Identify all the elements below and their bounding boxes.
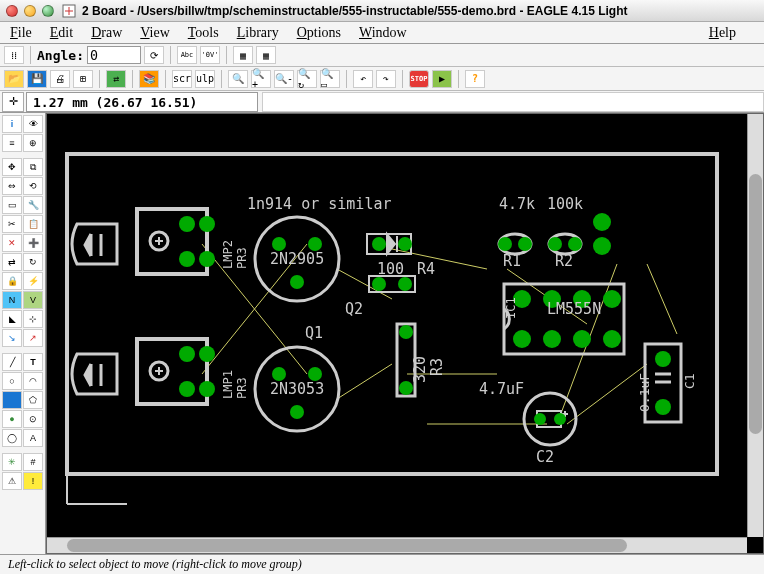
redo-icon[interactable]: ↷: [376, 70, 396, 88]
undo-icon[interactable]: ↶: [353, 70, 373, 88]
route-tool-icon[interactable]: ↘: [2, 329, 22, 347]
svg-point-50: [398, 277, 412, 291]
split-tool-icon[interactable]: ⊹: [23, 310, 43, 328]
command-input[interactable]: [262, 92, 764, 112]
miter-tool-icon[interactable]: ◣: [2, 310, 22, 328]
svg-point-26: [179, 251, 195, 267]
auto-tool-icon[interactable]: #: [23, 453, 43, 471]
cam-icon[interactable]: ⊞: [73, 70, 93, 88]
circle-tool-icon[interactable]: ○: [2, 372, 22, 390]
minimize-icon[interactable]: [24, 5, 36, 17]
go-icon[interactable]: ▶: [432, 70, 452, 88]
scrollbar-vertical[interactable]: [747, 114, 763, 537]
mark-tool-icon[interactable]: ⊕: [23, 134, 43, 152]
add-tool-icon[interactable]: ➕: [23, 234, 43, 252]
text-abc-icon[interactable]: Abc: [177, 46, 197, 64]
svg-point-44: [290, 405, 304, 419]
info-tool-icon[interactable]: i: [2, 115, 22, 133]
board-schematic-icon[interactable]: ⇄: [106, 70, 126, 88]
zoom-in-icon[interactable]: 🔍+: [251, 70, 271, 88]
svg-point-62: [593, 237, 611, 255]
zoom-icon[interactable]: [42, 5, 54, 17]
svg-text:0.1uF: 0.1uF: [637, 373, 652, 412]
connector-top: [137, 209, 215, 274]
svg-point-34: [179, 381, 195, 397]
via-tool-icon[interactable]: ●: [2, 410, 22, 428]
lock-tool-icon[interactable]: 🔒: [2, 272, 22, 290]
signal-tool-icon[interactable]: ⊙: [23, 410, 43, 428]
scrollbar-horizontal[interactable]: [47, 537, 747, 553]
library-icon[interactable]: 📚: [139, 70, 159, 88]
ulp-icon[interactable]: ulp: [195, 70, 215, 88]
angle-input[interactable]: [87, 46, 141, 64]
polygon-tool-icon[interactable]: ⬠: [23, 391, 43, 409]
cursor-mode-icon[interactable]: ✛: [2, 92, 24, 112]
svg-point-33: [179, 346, 195, 362]
wire-tool-icon[interactable]: ╱: [2, 353, 22, 371]
pcb-drawing: 1n914 or similar 4.7k 100k R1 R2 2N2905 …: [47, 114, 747, 534]
menu-tools[interactable]: Tools: [188, 25, 219, 41]
svg-point-39: [308, 237, 322, 251]
smash-tool-icon[interactable]: ⚡: [23, 272, 43, 290]
print-icon[interactable]: 🖨: [50, 70, 70, 88]
copy-tool-icon[interactable]: ⧉: [23, 158, 43, 176]
menu-file[interactable]: File: [10, 25, 32, 41]
delete-tool-icon[interactable]: ✕: [2, 234, 22, 252]
name-tool-icon[interactable]: N: [2, 291, 22, 309]
board-canvas[interactable]: 1n914 or similar 4.7k 100k R1 R2 2N2905 …: [47, 114, 763, 553]
titlebar: 2 Board - /Users/billw/tmp/scheminstruct…: [0, 0, 764, 22]
menu-draw[interactable]: Draw: [91, 25, 122, 41]
text-val-icon[interactable]: '0V': [200, 46, 220, 64]
menu-window[interactable]: Window: [359, 25, 407, 41]
svg-text:Q2: Q2: [345, 300, 363, 318]
window-controls: [6, 5, 54, 17]
mirror-tool-icon[interactable]: ⇔: [2, 177, 22, 195]
main-area: i👁 ≡⊕ ✥⧉ ⇔⟲ ▭🔧 ✂📋 ✕➕ ⇄↻ 🔒⚡ NV ◣⊹ ↘↗ ╱T ○…: [0, 113, 764, 554]
svg-text:100k: 100k: [547, 195, 583, 213]
svg-text:1n914 or similar: 1n914 or similar: [247, 195, 392, 213]
svg-point-69: [543, 330, 561, 348]
layers-tool-icon[interactable]: ≡: [2, 134, 22, 152]
paste-tool-icon[interactable]: 📋: [23, 215, 43, 233]
zoom-redraw-icon[interactable]: 🔍↻: [297, 70, 317, 88]
menubar: File Edit Draw View Tools Library Option…: [0, 22, 764, 44]
rect-tool-icon[interactable]: [2, 391, 22, 409]
menu-view[interactable]: View: [140, 25, 170, 41]
value-tool-icon[interactable]: V: [23, 291, 43, 309]
save-icon[interactable]: 💾: [27, 70, 47, 88]
menu-library[interactable]: Library: [237, 25, 279, 41]
eye-tool-icon[interactable]: 👁: [23, 115, 43, 133]
pinswap-tool-icon[interactable]: ⇄: [2, 253, 22, 271]
svg-point-70: [573, 330, 591, 348]
svg-text:Q1: Q1: [305, 324, 323, 342]
help-icon[interactable]: ?: [465, 70, 485, 88]
group-tool-icon[interactable]: ▭: [2, 196, 22, 214]
close-icon[interactable]: [6, 5, 18, 17]
zoom-fit-icon[interactable]: 🔍: [228, 70, 248, 88]
change-tool-icon[interactable]: 🔧: [23, 196, 43, 214]
text-tool-icon[interactable]: T: [23, 353, 43, 371]
cut-tool-icon[interactable]: ✂: [2, 215, 22, 233]
grid-dots-icon[interactable]: ⁞⁞: [4, 46, 24, 64]
attr-tool-icon[interactable]: A: [23, 429, 43, 447]
errors-tool-icon[interactable]: !: [23, 472, 43, 490]
move-tool-icon[interactable]: ✥: [2, 158, 22, 176]
angle-flip-icon[interactable]: ⟳: [144, 46, 164, 64]
zoom-select-icon[interactable]: 🔍▭: [320, 70, 340, 88]
menu-help[interactable]: Help: [709, 25, 736, 41]
hole-tool-icon[interactable]: ◯: [2, 429, 22, 447]
grid1-icon[interactable]: ▦: [233, 46, 253, 64]
arc-tool-icon[interactable]: ◠: [23, 372, 43, 390]
zoom-out-icon[interactable]: 🔍-: [274, 70, 294, 88]
ratsnest-tool-icon[interactable]: ✳: [2, 453, 22, 471]
menu-options[interactable]: Options: [297, 25, 341, 41]
ripup-tool-icon[interactable]: ↗: [23, 329, 43, 347]
grid2-icon[interactable]: ▦: [256, 46, 276, 64]
menu-edit[interactable]: Edit: [50, 25, 73, 41]
erc-tool-icon[interactable]: ⚠: [2, 472, 22, 490]
stop-icon[interactable]: STOP: [409, 70, 429, 88]
script-icon[interactable]: scr: [172, 70, 192, 88]
open-icon[interactable]: 📂: [4, 70, 24, 88]
rotate-tool-icon[interactable]: ⟲: [23, 177, 43, 195]
replace-tool-icon[interactable]: ↻: [23, 253, 43, 271]
